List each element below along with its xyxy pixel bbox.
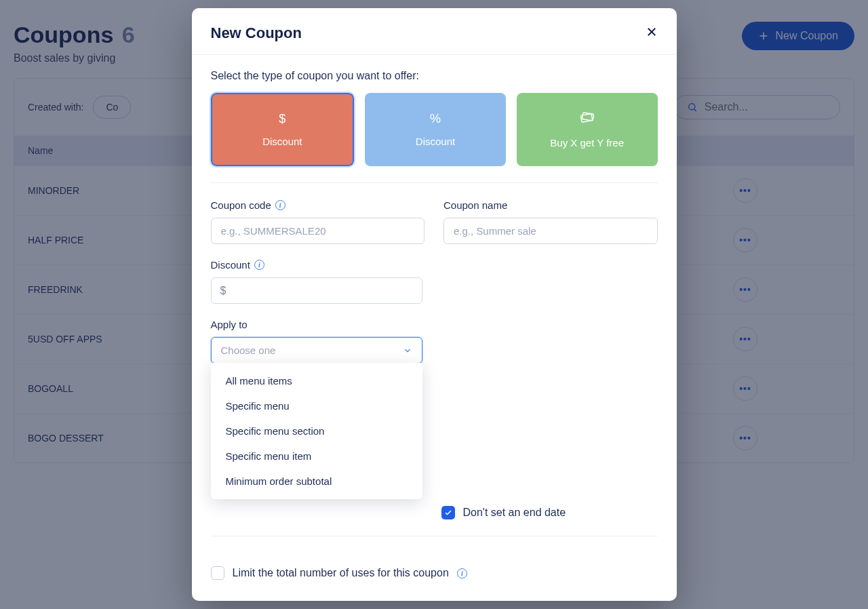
limit-uses-checkbox[interactable] (211, 566, 224, 580)
info-icon[interactable]: i (457, 568, 467, 578)
limit-uses-label: Limit the total number of uses for this … (233, 567, 449, 579)
type-prompt: Select the type of coupon you want to of… (211, 70, 658, 82)
new-coupon-modal: New Coupon Select the type of coupon you… (192, 8, 677, 601)
modal-footer: Cancel Create Coupon (192, 595, 677, 601)
check-icon (444, 509, 452, 517)
no-end-date-checkbox[interactable] (441, 506, 455, 519)
apply-to-dropdown: All menu itemsSpecific menuSpecific menu… (211, 363, 422, 499)
percent-discount-tile[interactable]: % Discount (365, 93, 506, 166)
bogo-tile[interactable]: Buy X get Y free (517, 93, 658, 166)
apply-to-option[interactable]: Specific menu (211, 393, 422, 418)
percent-icon: % (430, 112, 441, 126)
info-icon[interactable]: i (254, 260, 264, 270)
apply-to-option[interactable]: Specific menu section (211, 418, 422, 444)
no-end-date-label: Don't set an end date (463, 507, 566, 519)
close-icon (646, 26, 658, 38)
coupon-name-input[interactable] (443, 218, 658, 244)
dollar-icon: $ (279, 112, 285, 126)
apply-to-select[interactable]: Choose one (211, 337, 422, 364)
dollar-discount-tile[interactable]: $ Discount (211, 93, 355, 166)
modal-title: New Coupon (211, 24, 302, 42)
coupon-type-tiles: $ Discount % Discount Buy X get Y free (211, 93, 658, 166)
ticket-icon (578, 111, 596, 127)
discount-label: Discount i (211, 259, 658, 271)
apply-to-option[interactable]: All menu items (211, 368, 422, 393)
close-button[interactable] (646, 24, 658, 42)
apply-to-placeholder: Choose one (221, 345, 276, 356)
coupon-name-label: Coupon name (443, 199, 658, 211)
apply-to-option[interactable]: Specific menu item (211, 444, 422, 469)
coupon-code-label: Coupon code i (211, 199, 425, 211)
bogo-label: Buy X get Y free (550, 137, 624, 149)
discount-input[interactable] (211, 277, 422, 304)
apply-to-label: Apply to (211, 319, 658, 330)
modal-scrim[interactable]: New Coupon Select the type of coupon you… (0, 0, 868, 609)
discount-field: $ (211, 277, 422, 304)
coupon-code-input[interactable] (211, 218, 425, 244)
info-icon[interactable]: i (275, 200, 285, 210)
apply-to-option[interactable]: Minimum order subtotal (211, 469, 422, 494)
modal-header: New Coupon (192, 8, 677, 55)
currency-symbol: $ (220, 285, 226, 297)
dollar-label: Discount (262, 136, 302, 147)
percent-label: Discount (416, 136, 455, 147)
chevron-down-icon (403, 346, 412, 355)
